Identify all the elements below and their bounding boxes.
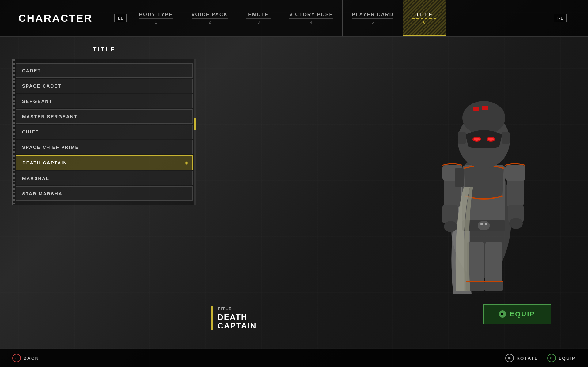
rotate-button[interactable]: ⊕ ROTATE bbox=[505, 354, 538, 362]
equip-button[interactable]: ✕ EQUIP bbox=[483, 304, 551, 324]
panel-title: TITLE bbox=[93, 46, 116, 53]
r1-button[interactable]: R1 bbox=[554, 14, 567, 22]
tab-underline-4 bbox=[289, 18, 333, 19]
list-item-marshal[interactable]: MARSHAL bbox=[16, 171, 193, 185]
list-item-space-chief-prime[interactable]: SPACE CHIEF PRIME bbox=[16, 140, 193, 154]
bottom-bar: ○ BACK ⊕ ROTATE ✕ EQUIP bbox=[0, 349, 588, 367]
svg-rect-25 bbox=[473, 107, 479, 111]
back-button[interactable]: ○ BACK bbox=[12, 354, 39, 362]
info-category-label: TITLE bbox=[218, 306, 245, 311]
svg-point-24 bbox=[488, 138, 494, 141]
equip-bottom-button[interactable]: ✕ EQUIP bbox=[547, 354, 576, 362]
tab-underline-1 bbox=[139, 18, 173, 19]
tab-emote[interactable]: EMOTE 3 bbox=[237, 0, 280, 36]
bottom-left: ○ BACK bbox=[12, 354, 39, 362]
character-svg bbox=[416, 64, 545, 303]
back-label: BACK bbox=[23, 355, 39, 361]
list-item-master-sergeant[interactable]: MASTER SERGEANT bbox=[16, 109, 193, 124]
title-list: CADET SPACE CADET SERGEANT MASTER SERGEA… bbox=[12, 59, 196, 205]
info-selected-name: DEATH CAPTAIN bbox=[218, 313, 245, 330]
svg-rect-15 bbox=[505, 165, 525, 181]
scroll-thumb bbox=[194, 118, 196, 130]
svg-rect-29 bbox=[455, 168, 464, 187]
tab-voice-pack[interactable]: VOICE PACK 2 bbox=[182, 0, 237, 36]
svg-point-17 bbox=[509, 218, 523, 229]
top-bar: CHARACTER L1 BODY TYPE 1 VOICE PACK 2 EM… bbox=[0, 0, 588, 37]
rotate-circle-icon: ⊕ bbox=[505, 354, 514, 362]
tab-player-card[interactable]: PLAYER CARD 5 bbox=[343, 0, 403, 36]
right-panel: ✕ EQUIP bbox=[245, 37, 588, 349]
active-pattern bbox=[403, 0, 446, 36]
svg-rect-12 bbox=[442, 205, 458, 223]
tab-underline-2 bbox=[192, 18, 228, 19]
svg-point-9 bbox=[485, 223, 487, 225]
equip-bottom-icon: ✕ bbox=[547, 354, 556, 362]
list-item-space-cadet[interactable]: SPACE CADET bbox=[16, 79, 193, 93]
tab-title[interactable]: TITLE 6 bbox=[403, 0, 446, 36]
svg-point-8 bbox=[480, 223, 483, 225]
list-item-cadet[interactable]: CADET bbox=[16, 63, 193, 78]
tab-underline-5 bbox=[352, 18, 393, 19]
middle-panel: TITLE DEATH CAPTAIN bbox=[208, 37, 245, 349]
svg-point-7 bbox=[478, 221, 490, 230]
list-item-death-captain[interactable]: DEATH CAPTAIN bbox=[16, 155, 193, 170]
page-title: CHARACTER bbox=[18, 12, 93, 24]
svg-rect-26 bbox=[482, 106, 488, 110]
svg-rect-28 bbox=[502, 132, 510, 144]
list-item-star-marshal[interactable]: STAR MARSHAL bbox=[16, 186, 193, 201]
tab-body-type[interactable]: BODY TYPE 1 bbox=[130, 0, 182, 36]
svg-point-22 bbox=[474, 138, 480, 141]
svg-rect-27 bbox=[458, 132, 466, 144]
rotate-label: ROTATE bbox=[516, 355, 538, 361]
back-circle-icon: ○ bbox=[12, 354, 21, 362]
equip-x-icon: ✕ bbox=[499, 310, 506, 318]
svg-rect-4 bbox=[484, 282, 503, 291]
list-item-chief[interactable]: CHIEF bbox=[16, 125, 193, 139]
nav-tabs: BODY TYPE 1 VOICE PACK 2 EMOTE 3 VICTORY… bbox=[130, 0, 551, 36]
selected-info: TITLE DEATH CAPTAIN bbox=[211, 306, 245, 330]
equip-label: EQUIP bbox=[510, 310, 535, 318]
tab-victory-pose[interactable]: VICTORY POSE 4 bbox=[280, 0, 343, 36]
list-item-sergeant[interactable]: SERGEANT bbox=[16, 94, 193, 108]
svg-point-13 bbox=[444, 221, 457, 232]
scroll-bar[interactable] bbox=[194, 59, 196, 205]
left-panel: TITLE CADET SPACE CADET SERGEANT MASTER … bbox=[0, 37, 208, 349]
tab-underline-3 bbox=[246, 18, 271, 19]
equip-bottom-label: EQUIP bbox=[558, 355, 576, 361]
main-content: TITLE CADET SPACE CADET SERGEANT MASTER … bbox=[0, 37, 588, 349]
l1-button[interactable]: L1 bbox=[114, 14, 126, 22]
character-figure bbox=[404, 43, 557, 324]
bottom-right: ⊕ ROTATE ✕ EQUIP bbox=[505, 354, 576, 362]
